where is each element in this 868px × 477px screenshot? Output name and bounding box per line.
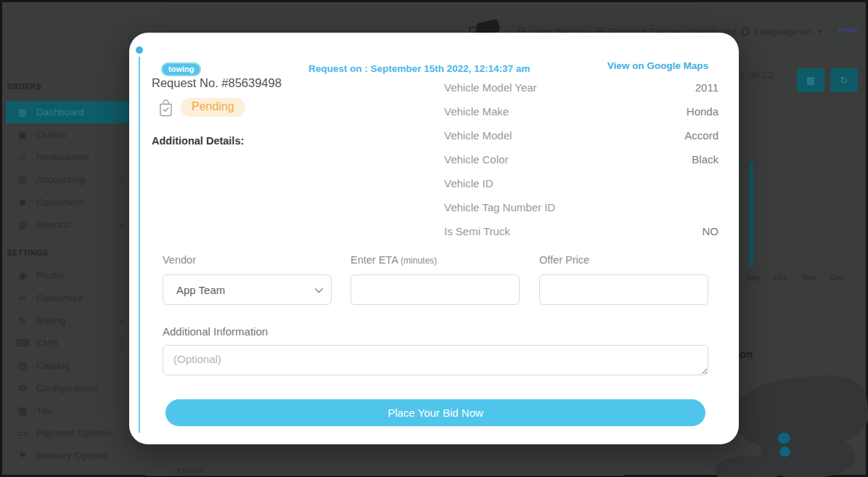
request-number: Request No. #85639498 bbox=[152, 76, 282, 90]
sidebar-item-restaurants[interactable]: ☺ Restaurants bbox=[6, 146, 148, 168]
accounting-icon: ▤ bbox=[16, 174, 29, 185]
sidebar-item-label: Profile bbox=[36, 270, 64, 281]
vehicle-detail-row: Vehicle Color Black bbox=[444, 147, 718, 171]
sidebar-item-label: Orders bbox=[36, 129, 66, 140]
tax-icon: ▦ bbox=[16, 405, 29, 416]
sidebar-section-orders: ORDERS bbox=[7, 83, 42, 91]
chart-tick-oct: Oct bbox=[774, 273, 786, 282]
chevron-down-icon bbox=[315, 285, 323, 293]
styling-icon: ✎ bbox=[16, 315, 29, 326]
refresh-button[interactable]: ↻ bbox=[830, 68, 858, 92]
vendor-select[interactable]: App Team bbox=[163, 274, 332, 305]
sidebar-item-label: Reports bbox=[36, 219, 70, 230]
chevron-right-icon: › bbox=[120, 338, 123, 349]
map-location-marker bbox=[778, 433, 790, 444]
chart-bar-sep bbox=[749, 162, 753, 267]
timeline-dot bbox=[136, 46, 143, 54]
sidebar-item-customers[interactable]: ☻ Customers bbox=[6, 191, 148, 213]
sidebar-item-reports[interactable]: ▥ Reports › bbox=[6, 213, 148, 236]
refresh-icon: ↻ bbox=[840, 75, 848, 86]
eta-input[interactable] bbox=[351, 274, 520, 305]
offer-price-input[interactable] bbox=[539, 274, 708, 305]
vehicle-detail-label: Is Semi Truck bbox=[444, 225, 510, 237]
chevron-down-icon: ▾ bbox=[818, 28, 822, 36]
chart-tick-nov: Nov bbox=[802, 273, 816, 282]
customers-icon: ☻ bbox=[16, 197, 29, 208]
sidebar-settings-items: ◉ Profile ✂ Customize ✎ Styling › ⌨ CMS … bbox=[6, 264, 148, 467]
sidebar-item-dashboard[interactable]: ▦ Dashboard bbox=[6, 101, 148, 123]
vehicle-detail-row: Vehicle Tag Number ID bbox=[444, 195, 718, 219]
chart-gridline bbox=[145, 475, 624, 476]
sidebar-item-label: Tax bbox=[36, 405, 52, 416]
vehicle-detail-row: Vehicle ID bbox=[444, 171, 718, 195]
vehicle-detail-row: Is Semi Truck NO bbox=[444, 219, 718, 243]
sidebar-item-label: Delivery Options bbox=[36, 450, 108, 461]
payment-options-icon: ▭ bbox=[16, 428, 29, 439]
sidebar-item-label: Restaurants bbox=[36, 152, 89, 163]
sidebar-item-catalog[interactable]: ▤ Catalog bbox=[6, 354, 148, 377]
status-row: Pending bbox=[158, 98, 245, 117]
vendor-selected-value: App Team bbox=[176, 284, 225, 296]
vehicle-detail-label: Vehicle Color bbox=[444, 153, 508, 166]
offer-price-label: Offer Price bbox=[539, 254, 589, 266]
language-selector[interactable]: Language en ▾ bbox=[740, 26, 822, 37]
view-on-google-maps-link[interactable]: View on Google Maps bbox=[607, 60, 708, 71]
vehicle-detail-label: Vehicle Model bbox=[444, 129, 512, 142]
vehicle-detail-row: Vehicle Model Accord bbox=[444, 123, 718, 147]
vehicle-detail-value: Honda bbox=[687, 105, 718, 118]
sidebar-item-payment-options[interactable]: ▭ Payment Options bbox=[6, 422, 148, 444]
bid-request-modal: towing Request on : September 15th 2022,… bbox=[129, 33, 739, 444]
sidebar-item-profile[interactable]: ◉ Profile bbox=[6, 264, 148, 287]
profile-icon: ◉ bbox=[16, 270, 29, 281]
chevron-right-icon: › bbox=[120, 219, 123, 231]
section-title-fragment: on bbox=[740, 348, 753, 360]
catalog-icon: ▤ bbox=[16, 360, 29, 371]
vehicle-detail-row: Vehicle Model Year 2011 bbox=[444, 76, 718, 99]
eta-unit-label: (minutes) bbox=[401, 256, 437, 266]
brand-badge: DEMO bbox=[838, 27, 859, 34]
vehicle-detail-row: Vehicle Make Honda bbox=[444, 99, 718, 123]
additional-information-label: Additional Information bbox=[163, 325, 268, 338]
sidebar-item-styling[interactable]: ✎ Styling › bbox=[6, 309, 148, 332]
sidebar-orders-items: ▦ Dashboard ▣ Orders ☺ Restaurants ▤ Acc… bbox=[6, 101, 148, 236]
dashboard-icon: ▦ bbox=[16, 107, 29, 118]
language-globe-icon bbox=[740, 27, 750, 36]
calendar-button[interactable]: ▦ bbox=[797, 68, 824, 92]
sidebar-item-label: Payment Options bbox=[36, 428, 112, 439]
sidebar-item-delivery-options[interactable]: ⚑ Delivery Options bbox=[6, 444, 148, 467]
restaurants-icon: ☺ bbox=[16, 152, 29, 163]
sidebar-item-accounting[interactable]: ▤ Accounting › bbox=[6, 168, 148, 191]
sidebar-item-label: Catalog bbox=[36, 360, 70, 371]
orders-icon: ▣ bbox=[16, 129, 29, 140]
timeline-line bbox=[139, 57, 140, 433]
eta-label: Enter ETA (minutes) bbox=[351, 254, 437, 266]
vendor-label: Vendor bbox=[163, 254, 196, 266]
place-bid-button[interactable]: Place Your Bid Now bbox=[165, 399, 705, 426]
vehicle-detail-value: Accord bbox=[684, 129, 718, 142]
sidebar-item-tax[interactable]: ▦ Tax bbox=[6, 399, 148, 422]
sidebar-item-cms[interactable]: ⌨ CMS › bbox=[6, 332, 148, 354]
reports-icon: ▥ bbox=[16, 219, 29, 230]
request-timestamp: Request on : September 15th 2022, 12:14:… bbox=[308, 63, 530, 74]
date-range-fragment: 2-08-22 bbox=[740, 70, 774, 81]
vehicle-details: Vehicle Model Year 2011 Vehicle Make Hon… bbox=[444, 76, 718, 243]
sidebar-section-settings: SETTINGS bbox=[7, 249, 48, 257]
chevron-right-icon: › bbox=[120, 174, 123, 186]
service-type-badge: towing bbox=[161, 62, 201, 76]
additional-information-textarea[interactable] bbox=[163, 345, 708, 375]
customize-icon: ✂ bbox=[16, 293, 29, 303]
sidebar-item-label: Dashboard bbox=[36, 107, 84, 118]
sidebar-item-label: Accounting bbox=[36, 174, 85, 185]
sidebar-item-configurations[interactable]: ⚙ Configurations bbox=[6, 377, 148, 399]
sidebar-item-label: Customize bbox=[36, 293, 83, 303]
y-axis-tick: ₹16000 bbox=[176, 467, 204, 475]
sidebar-item-orders[interactable]: ▣ Orders bbox=[6, 123, 148, 146]
vehicle-detail-label: Vehicle Tag Number ID bbox=[444, 201, 555, 213]
sidebar-item-label: Customers bbox=[36, 197, 83, 208]
cms-icon: ⌨ bbox=[16, 338, 29, 348]
language-label: Language en bbox=[754, 26, 811, 37]
vehicle-detail-value: NO bbox=[703, 225, 719, 237]
vehicle-detail-value: 2011 bbox=[695, 81, 718, 94]
delivery-options-icon: ⚑ bbox=[16, 450, 29, 461]
sidebar-item-customize[interactable]: ✂ Customize bbox=[6, 287, 148, 309]
